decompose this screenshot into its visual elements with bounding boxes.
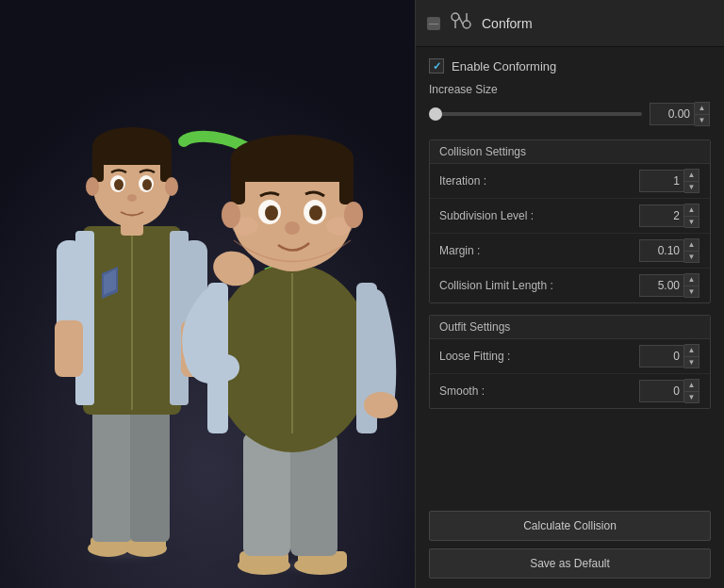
svg-rect-48 bbox=[339, 162, 354, 204]
svg-rect-29 bbox=[55, 320, 83, 377]
scene-area bbox=[0, 0, 415, 588]
svg-rect-20 bbox=[160, 149, 172, 182]
loose-fitting-input: ▲ ▼ bbox=[639, 344, 700, 368]
increase-size-slider[interactable] bbox=[429, 112, 642, 116]
loose-fitting-down[interactable]: ▼ bbox=[684, 356, 699, 368]
subdivision-label: Subdivision Level : bbox=[439, 209, 534, 222]
iteration-field[interactable] bbox=[639, 170, 684, 192]
iteration-down[interactable]: ▼ bbox=[684, 181, 699, 192]
svg-point-52 bbox=[309, 205, 322, 220]
margin-up[interactable]: ▲ bbox=[684, 239, 699, 251]
svg-point-24 bbox=[142, 179, 152, 190]
svg-rect-7 bbox=[92, 405, 132, 542]
enable-conforming-label: Enable Conforming bbox=[452, 59, 556, 74]
margin-input: ▲ ▼ bbox=[639, 238, 700, 263]
panel-header: — Conform bbox=[416, 0, 724, 47]
slider-thumb[interactable] bbox=[429, 107, 442, 121]
loose-fitting-label: Loose Fitting : bbox=[439, 350, 510, 363]
svg-rect-8 bbox=[130, 405, 170, 542]
increase-size-row: ▲ ▼ bbox=[429, 102, 711, 126]
svg-point-57 bbox=[344, 202, 363, 228]
calculate-collision-button[interactable]: Calculate Collision bbox=[429, 511, 711, 541]
svg-point-53 bbox=[285, 221, 300, 235]
margin-down[interactable]: ▼ bbox=[684, 251, 699, 262]
increase-size-up[interactable]: ▲ bbox=[695, 103, 709, 114]
iteration-up[interactable]: ▲ bbox=[684, 170, 699, 181]
collision-limit-spinners: ▲ ▼ bbox=[684, 273, 699, 298]
smooth-down[interactable]: ▼ bbox=[684, 391, 699, 402]
panel-content: Enable Conforming Increase Size ▲ ▼ Coll… bbox=[416, 47, 724, 501]
subdivision-row: Subdivision Level : ▲ ▼ bbox=[430, 199, 710, 234]
conform-panel: — Conform Enable Conforming Increase Siz… bbox=[415, 0, 724, 588]
smooth-label: Smooth : bbox=[439, 384, 485, 398]
svg-point-2 bbox=[207, 552, 377, 579]
collision-limit-row: Collision Limit Length : ▲ ▼ bbox=[430, 269, 710, 302]
collision-limit-input: ▲ ▼ bbox=[639, 273, 700, 298]
svg-point-51 bbox=[265, 205, 278, 220]
margin-label: Margin : bbox=[439, 244, 480, 257]
collision-limit-label: Collision Limit Length : bbox=[439, 279, 553, 292]
iteration-spinners: ▲ ▼ bbox=[684, 169, 699, 193]
svg-rect-19 bbox=[92, 149, 104, 182]
enable-conforming-row: Enable Conforming bbox=[429, 58, 711, 74]
increase-size-field[interactable] bbox=[650, 103, 695, 125]
svg-rect-37 bbox=[243, 433, 290, 556]
collision-limit-up[interactable]: ▲ bbox=[684, 274, 699, 286]
margin-spinners: ▲ ▼ bbox=[684, 238, 699, 263]
svg-point-23 bbox=[114, 179, 123, 190]
smooth-up[interactable]: ▲ bbox=[684, 380, 699, 391]
margin-field[interactable] bbox=[639, 239, 684, 262]
smooth-spinners: ▲ ▼ bbox=[684, 379, 699, 403]
panel-title: Conform bbox=[482, 16, 533, 31]
loose-fitting-field[interactable] bbox=[639, 345, 684, 368]
svg-point-61 bbox=[463, 21, 470, 28]
collision-settings-box: Collision Settings Iteration : ▲ ▼ Subdi… bbox=[429, 139, 711, 303]
margin-row: Margin : ▲ ▼ bbox=[430, 234, 710, 269]
svg-point-60 bbox=[452, 13, 459, 21]
svg-point-27 bbox=[165, 177, 178, 196]
loose-fitting-row: Loose Fitting : ▲ ▼ bbox=[430, 339, 710, 374]
svg-point-25 bbox=[127, 194, 137, 202]
iteration-input: ▲ ▼ bbox=[639, 169, 700, 193]
iteration-label: Iteration : bbox=[439, 174, 486, 188]
smooth-row: Smooth : ▲ ▼ bbox=[430, 374, 710, 408]
loose-fitting-up[interactable]: ▲ bbox=[684, 345, 699, 356]
subdivision-down[interactable]: ▼ bbox=[684, 216, 699, 227]
outfit-settings-title: Outfit Settings bbox=[430, 316, 710, 339]
enable-conforming-checkbox[interactable] bbox=[429, 58, 444, 74]
collision-limit-field[interactable] bbox=[639, 274, 684, 297]
outfit-settings-box: Outfit Settings Loose Fitting : ▲ ▼ Smoo… bbox=[429, 315, 711, 409]
increase-size-input: ▲ ▼ bbox=[650, 102, 711, 126]
collision-settings-title: Collision Settings bbox=[430, 140, 710, 164]
save-as-default-button[interactable]: Save as Default bbox=[429, 548, 711, 579]
svg-rect-47 bbox=[231, 162, 245, 204]
minimize-button[interactable]: — bbox=[427, 17, 440, 30]
increase-size-down[interactable]: ▼ bbox=[695, 114, 709, 125]
collision-limit-down[interactable]: ▼ bbox=[684, 286, 699, 297]
increase-size-spinners: ▲ ▼ bbox=[695, 102, 710, 126]
subdivision-input: ▲ ▼ bbox=[639, 204, 700, 228]
conform-icon bbox=[450, 11, 472, 35]
svg-rect-18 bbox=[92, 146, 172, 165]
svg-rect-46 bbox=[231, 158, 354, 182]
bottom-buttons: Calculate Collision Save as Default bbox=[416, 501, 724, 588]
smooth-input: ▲ ▼ bbox=[639, 379, 700, 403]
increase-size-label: Increase Size bbox=[429, 83, 711, 96]
svg-point-26 bbox=[86, 177, 99, 196]
svg-point-56 bbox=[222, 202, 240, 228]
svg-point-59 bbox=[364, 392, 398, 418]
smooth-field[interactable] bbox=[639, 380, 684, 402]
subdivision-up[interactable]: ▲ bbox=[684, 204, 699, 216]
subdivision-field[interactable] bbox=[639, 204, 684, 227]
iteration-row: Iteration : ▲ ▼ bbox=[430, 164, 710, 199]
loose-fitting-spinners: ▲ ▼ bbox=[684, 344, 699, 368]
subdivision-spinners: ▲ ▼ bbox=[684, 204, 699, 228]
